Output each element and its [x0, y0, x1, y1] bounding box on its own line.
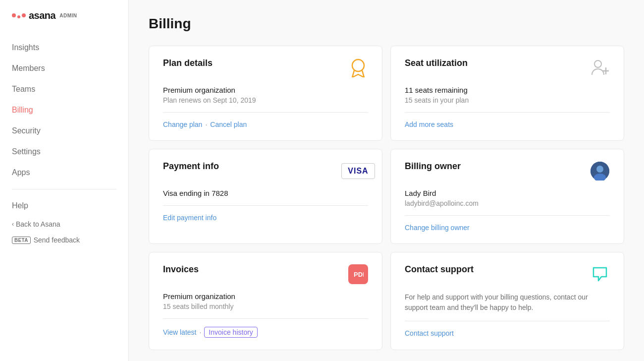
chat-icon	[591, 266, 608, 283]
contact-support-card: Contact support For help and support wit…	[390, 252, 624, 350]
sidebar-item-back[interactable]: ‹ Back to Asana	[0, 216, 128, 232]
plan-details-card: Plan details Premium organization Plan r…	[149, 46, 382, 141]
sidebar-nav: Insights Members Teams Billing Security …	[0, 33, 128, 361]
svg-point-5	[596, 166, 603, 173]
contact-support-link[interactable]: Contact support	[405, 329, 454, 337]
plan-details-icon	[348, 58, 368, 78]
seat-utilization-description: 15 seats in your plan	[405, 96, 610, 104]
sidebar-item-label-feedback: Send feedback	[34, 236, 80, 244]
invoices-card: Invoices PDF Premium organization 15 sea…	[149, 252, 382, 350]
cancel-plan-link[interactable]: Cancel plan	[210, 120, 247, 128]
logo-dot-1	[12, 13, 16, 17]
pdf-icon-svg: PDF	[353, 269, 364, 280]
sidebar-item-settings[interactable]: Settings	[0, 141, 128, 162]
view-latest-link[interactable]: View latest	[163, 328, 196, 336]
billing-owner-title: Billing owner	[405, 161, 461, 172]
asana-logo-text: asana	[29, 10, 55, 21]
seat-utilization-divider	[405, 112, 610, 113]
back-arrow-icon: ‹	[12, 221, 14, 228]
invoices-subtitle: Premium organization	[163, 292, 368, 301]
plan-details-description: Plan renews on Sept 10, 2019	[163, 96, 368, 104]
sidebar-item-members[interactable]: Members	[0, 58, 128, 79]
seat-utilization-icon	[590, 58, 610, 78]
seat-utilization-card: Seat utilization 11 seats remaining 15 s…	[390, 46, 624, 141]
sidebar-item-security[interactable]: Security	[0, 120, 128, 141]
sidebar-item-label-members: Members	[12, 64, 45, 73]
payment-info-header: Payment info VISA	[163, 161, 368, 181]
avatar-svg	[590, 162, 609, 180]
svg-text:PDF: PDF	[354, 271, 364, 278]
sidebar-item-insights[interactable]: Insights	[0, 37, 128, 58]
invoices-icon: PDF	[348, 264, 368, 284]
sidebar-item-label-apps: Apps	[12, 168, 30, 177]
avatar	[590, 162, 609, 180]
edit-payment-link[interactable]: Edit payment info	[163, 214, 216, 222]
payment-info-icon: VISA	[348, 161, 368, 181]
asana-logo: asana ADMIN	[12, 10, 77, 21]
sidebar-item-label-help: Help	[12, 201, 28, 210]
sidebar-item-label-billing: Billing	[12, 106, 33, 115]
logo-dot-2	[17, 15, 20, 18]
plan-details-divider	[163, 112, 368, 113]
pdf-icon: PDF	[348, 264, 368, 284]
sidebar-item-label-insights: Insights	[12, 43, 39, 52]
beta-badge: BETA	[12, 237, 31, 244]
contact-support-header: Contact support	[405, 264, 610, 284]
admin-badge: ADMIN	[59, 13, 77, 18]
sidebar-item-feedback[interactable]: BETA Send feedback	[0, 232, 128, 248]
sidebar: asana ADMIN Insights Members Teams Billi…	[0, 0, 129, 361]
plan-details-header: Plan details	[163, 58, 368, 78]
payment-info-card: Payment info VISA Visa ending in 7828 Ed…	[149, 149, 382, 244]
sidebar-item-label-settings: Settings	[12, 147, 41, 156]
billing-owner-actions: Change billing owner	[405, 224, 610, 232]
contact-support-divider	[405, 321, 610, 321]
ribbon-icon	[350, 59, 366, 77]
sidebar-item-help[interactable]: Help	[0, 195, 128, 216]
invoices-actions: View latest · Invoice history	[163, 327, 368, 338]
seat-utilization-subtitle: 11 seats remaining	[405, 86, 610, 94]
contact-support-icon	[590, 264, 610, 284]
plan-separator: ·	[205, 120, 207, 128]
payment-info-divider	[163, 205, 368, 206]
billing-owner-header: Billing owner	[405, 161, 610, 181]
change-plan-link[interactable]: Change plan	[163, 120, 202, 128]
svg-point-0	[352, 60, 364, 71]
plan-details-title: Plan details	[163, 58, 213, 68]
change-billing-owner-link[interactable]: Change billing owner	[405, 224, 470, 232]
payment-info-subtitle: Visa ending in 7828	[163, 189, 368, 197]
plan-details-actions: Change plan · Cancel plan	[163, 120, 368, 128]
page-title: Billing	[149, 16, 624, 32]
billing-owner-email: ladybird@apolloinc.com	[405, 199, 610, 207]
sidebar-item-apps[interactable]: Apps	[0, 162, 128, 183]
invoices-title: Invoices	[163, 264, 199, 275]
svg-point-1	[594, 60, 601, 67]
add-seats-link[interactable]: Add more seats	[405, 120, 453, 128]
invoices-separator: ·	[199, 328, 201, 336]
logo-dot-3	[22, 13, 26, 17]
sidebar-item-label-teams: Teams	[12, 85, 35, 94]
visa-badge: VISA	[341, 163, 375, 179]
sidebar-item-teams[interactable]: Teams	[0, 79, 128, 100]
user-add-icon	[591, 59, 609, 77]
invoice-history-link[interactable]: Invoice history	[204, 327, 257, 338]
contact-support-actions: Contact support	[405, 329, 610, 337]
payment-info-title: Payment info	[163, 161, 219, 172]
seat-utilization-header: Seat utilization	[405, 58, 610, 78]
cards-grid: Plan details Premium organization Plan r…	[149, 46, 624, 350]
payment-info-actions: Edit payment info	[163, 214, 368, 222]
invoices-header: Invoices PDF	[163, 264, 368, 284]
seat-utilization-actions: Add more seats	[405, 120, 610, 128]
sidebar-item-billing[interactable]: Billing	[0, 100, 128, 120]
sidebar-logo: asana ADMIN	[0, 0, 128, 33]
sidebar-item-label-back: Back to Asana	[16, 220, 60, 228]
plan-details-subtitle: Premium organization	[163, 86, 368, 94]
billing-owner-card: Billing owner Lady Bird ladybird@apolloi…	[390, 149, 624, 244]
billing-owner-icon	[590, 161, 610, 181]
contact-support-title: Contact support	[405, 264, 474, 275]
asana-logo-dots	[12, 13, 26, 18]
billing-owner-name: Lady Bird	[405, 189, 610, 197]
invoices-divider	[163, 318, 368, 319]
sidebar-divider	[12, 189, 116, 189]
sidebar-item-label-security: Security	[12, 126, 41, 135]
billing-owner-divider	[405, 215, 610, 216]
